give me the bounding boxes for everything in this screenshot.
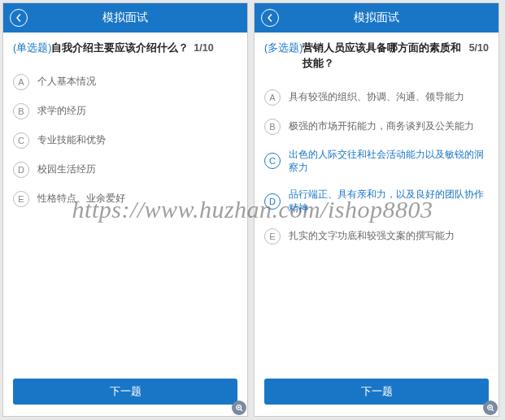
option-letter: D [13,162,29,178]
page-title: 模拟面试 [102,11,148,25]
back-icon[interactable] [10,9,28,27]
question-type: (单选题) [13,41,51,56]
option-label: 性格特点、业余爱好 [37,192,125,206]
content-area: (单选题) 自我介绍主要应该介绍什么？ 1/10 A个人基本情况B求学的经历C专… [3,32,247,370]
footer: 下一题 [255,370,498,416]
option-letter: B [264,119,281,135]
option-label: 个人基本情况 [37,75,96,89]
svg-line-5 [491,409,493,410]
option-list: A个人基本情况B求学的经历C专业技能和优势D校园生活经历E性格特点、业余爱好 [13,67,237,214]
option-b[interactable]: B极强的市场开拓能力，商务谈判及公关能力 [264,112,489,141]
option-e[interactable]: E扎实的文字功底和较强文案的撰写能力 [264,222,489,251]
question-text: 自我介绍主要应该介绍什么？ [51,41,189,56]
option-letter: A [264,89,281,106]
footer: 下一题 [3,370,247,416]
option-d[interactable]: D品行端正、具有亲和力，以及良好的团队协作精神 [264,181,489,222]
header: 模拟面试 [255,3,498,32]
option-letter: E [264,228,281,245]
page-title: 模拟面试 [354,11,399,25]
question-text: 营销人员应该具备哪方面的素质和技能？ [303,41,464,71]
question-progress: 1/10 [194,41,213,56]
phone-screen-1: 模拟面试 (单选题) 自我介绍主要应该介绍什么？ 1/10 A个人基本情况B求学… [2,2,248,417]
option-list: A具有较强的组织、协调、沟通、领导能力B极强的市场开拓能力，商务谈判及公关能力C… [264,83,489,251]
option-a[interactable]: A个人基本情况 [13,67,237,97]
zoom-icon[interactable] [232,401,246,415]
option-letter: B [13,103,29,119]
option-e[interactable]: E性格特点、业余爱好 [13,184,237,214]
option-label: 专业技能和优势 [37,133,106,147]
next-button[interactable]: 下一题 [264,379,489,405]
question: (单选题) 自我介绍主要应该介绍什么？ 1/10 [13,41,237,56]
content-area: (多选题) 营销人员应该具备哪方面的素质和技能？ 5/10 A具有较强的组织、协… [255,32,498,370]
option-letter: D [264,193,281,210]
option-c[interactable]: C出色的人际交往和社会活动能力以及敏锐的洞察力 [264,141,489,182]
option-letter: E [13,191,29,207]
phone-screen-2: 模拟面试 (多选题) 营销人员应该具备哪方面的素质和技能？ 5/10 A具有较强… [254,2,499,417]
back-icon[interactable] [261,9,279,27]
option-label: 校园生活经历 [37,162,96,176]
header: 模拟面试 [3,3,247,32]
option-c[interactable]: C专业技能和优势 [13,126,237,155]
option-letter: C [13,132,29,149]
option-label: 具有较强的组织、协调、沟通、领导能力 [289,90,464,104]
question-progress: 5/10 [469,41,489,56]
option-label: 品行端正、具有亲和力，以及良好的团队协作精神 [289,188,489,215]
next-button[interactable]: 下一题 [13,379,237,405]
option-b[interactable]: B求学的经历 [13,97,237,126]
zoom-icon[interactable] [483,401,498,415]
option-label: 出色的人际交往和社会活动能力以及敏锐的洞察力 [289,148,489,175]
option-letter: A [13,74,29,90]
option-d[interactable]: D校园生活经历 [13,155,237,184]
option-label: 扎实的文字功底和较强文案的撰写能力 [289,229,455,243]
question-type: (多选题) [264,41,303,56]
question: (多选题) 营销人员应该具备哪方面的素质和技能？ 5/10 [264,41,489,71]
option-letter: C [264,153,281,169]
option-a[interactable]: A具有较强的组织、协调、沟通、领导能力 [264,83,489,112]
option-label: 求学的经历 [37,104,86,118]
svg-line-1 [240,409,242,410]
option-label: 极强的市场开拓能力，商务谈判及公关能力 [289,119,474,133]
